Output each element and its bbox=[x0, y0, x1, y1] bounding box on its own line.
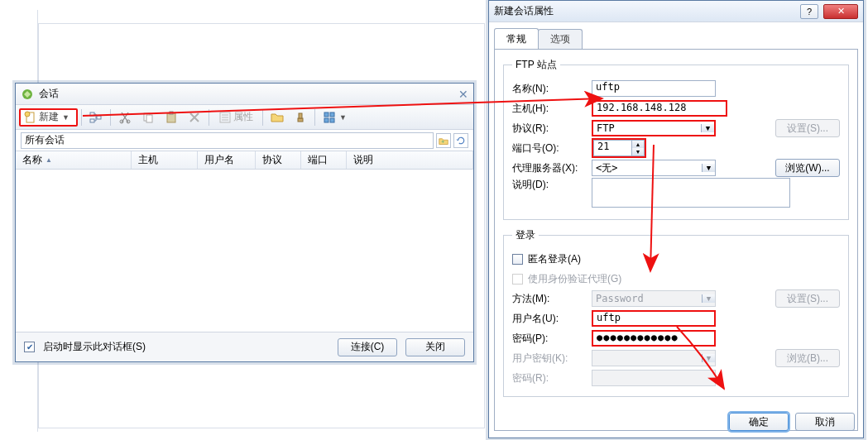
new-button-label: 新建 bbox=[39, 110, 59, 124]
protocol-settings-button: 设置(S)... bbox=[775, 119, 840, 137]
desc-label: 说明(D): bbox=[512, 178, 587, 192]
filter-input[interactable]: 所有会话 bbox=[21, 132, 434, 149]
cancel-button[interactable]: 取消 bbox=[795, 413, 855, 431]
method-label: 方法(M): bbox=[512, 292, 587, 306]
sessions-title: 会话 bbox=[39, 87, 453, 101]
list-header: 名称 ▲ 主机 用户名 协议 端口 说明 bbox=[16, 151, 473, 170]
properties-label: 属性 bbox=[233, 110, 253, 124]
chevron-down-icon: ▼ bbox=[702, 294, 715, 303]
spin-up-icon[interactable]: ▲ bbox=[632, 141, 644, 148]
props-titlebar: 新建会话属性 ? ✕ bbox=[489, 1, 863, 22]
userkey-browse-button: 浏览(B)... bbox=[775, 349, 840, 367]
stamp-icon[interactable] bbox=[290, 108, 311, 127]
host-label: 主机(H): bbox=[512, 102, 587, 116]
port-field[interactable]: 21 bbox=[593, 140, 631, 156]
auth-agent-label: 使用身份验证代理(G) bbox=[528, 272, 621, 286]
chevron-down-icon: ▼ bbox=[339, 113, 347, 122]
new-icon bbox=[24, 111, 37, 124]
folder-up-icon[interactable] bbox=[436, 133, 451, 148]
filter-bar: 所有会话 bbox=[16, 130, 473, 151]
paste-icon[interactable] bbox=[161, 108, 182, 127]
help-icon[interactable]: ? bbox=[800, 4, 818, 19]
sessions-toolbar: 新建 ▼ 属性 bbox=[16, 105, 473, 130]
userkey-combo: ▼ bbox=[592, 350, 716, 366]
sessions-footer: 启动时显示此对话框(S) 连接(C) 关闭 bbox=[16, 332, 473, 361]
svg-rect-11 bbox=[170, 112, 173, 114]
new-button[interactable]: 新建 ▼ bbox=[19, 108, 78, 127]
svg-rect-15 bbox=[324, 112, 328, 117]
login-legend: 登录 bbox=[512, 228, 539, 242]
separator bbox=[209, 109, 209, 126]
sessions-titlebar: 会话 ✕ bbox=[16, 84, 473, 105]
login-group: 登录 匿名登录(A) 使用身份验证代理(G) 方法(M): Password ▼… bbox=[503, 228, 849, 397]
tab-options[interactable]: 选项 bbox=[538, 29, 583, 50]
name-field[interactable]: uftp bbox=[592, 80, 716, 97]
props-title: 新建会话属性 bbox=[494, 4, 795, 18]
password-field[interactable]: ●●●●●●●●●●●● bbox=[592, 330, 716, 347]
separator bbox=[110, 109, 111, 126]
proxy-label: 代理服务器(X): bbox=[512, 161, 587, 175]
sessions-list[interactable] bbox=[16, 170, 473, 332]
sessions-dialog: 会话 ✕ 新建 ▼ 属性 bbox=[15, 83, 474, 362]
svg-rect-9 bbox=[146, 115, 152, 122]
close-icon[interactable]: ✕ bbox=[458, 87, 468, 102]
col-name[interactable]: 名称 ▲ bbox=[16, 151, 132, 169]
user-field[interactable]: uftp bbox=[592, 310, 716, 327]
passphrase-field bbox=[592, 370, 716, 386]
copy-icon[interactable] bbox=[137, 108, 159, 127]
tab-panel-general: FTP 站点 名称(N): uftp 主机(H): 192.168.148.12… bbox=[494, 49, 858, 431]
desc-field[interactable] bbox=[592, 178, 790, 208]
method-settings-button: 设置(S)... bbox=[775, 289, 840, 308]
ftp-site-legend: FTP 站点 bbox=[512, 58, 560, 72]
col-desc[interactable]: 说明 bbox=[347, 151, 473, 169]
chevron-down-icon: ▼ bbox=[701, 124, 714, 132]
spin-down-icon[interactable]: ▼ bbox=[632, 148, 644, 155]
delete-icon[interactable] bbox=[184, 108, 205, 127]
proxy-value: <无> bbox=[596, 161, 617, 175]
proxy-combo[interactable]: <无> ▼ bbox=[592, 160, 716, 176]
svg-rect-5 bbox=[97, 116, 101, 119]
passphrase-label: 密码(R): bbox=[512, 371, 587, 385]
svg-point-2 bbox=[25, 112, 30, 117]
col-host[interactable]: 主机 bbox=[132, 151, 198, 169]
col-protocol[interactable]: 协议 bbox=[256, 151, 301, 169]
ok-button[interactable]: 确定 bbox=[729, 413, 789, 431]
startup-checkbox-label: 启动时显示此对话框(S) bbox=[43, 340, 146, 354]
session-properties-dialog: 新建会话属性 ? ✕ 常规 选项 FTP 站点 名称(N): uftp 主机(H… bbox=[488, 0, 864, 438]
host-field[interactable]: 192.168.148.128 bbox=[592, 100, 727, 117]
col-port[interactable]: 端口 bbox=[301, 151, 347, 169]
svg-rect-13 bbox=[298, 118, 303, 122]
svg-rect-4 bbox=[90, 119, 94, 122]
port-spinner[interactable]: ▲ ▼ bbox=[631, 140, 645, 156]
tree-view-icon[interactable] bbox=[85, 108, 107, 127]
user-label: 用户名(U): bbox=[512, 312, 587, 326]
chevron-down-icon: ▼ bbox=[62, 113, 70, 122]
anonymous-checkbox[interactable] bbox=[512, 254, 523, 265]
separator bbox=[81, 109, 82, 126]
svg-rect-17 bbox=[324, 118, 328, 122]
close-button[interactable]: 关闭 bbox=[405, 338, 465, 356]
cut-icon[interactable] bbox=[114, 108, 136, 127]
userkey-label: 用户密钥(K): bbox=[512, 352, 587, 366]
properties-button[interactable]: 属性 bbox=[213, 108, 259, 127]
proxy-browse-button[interactable]: 浏览(W)... bbox=[775, 159, 840, 177]
connect-button[interactable]: 连接(C) bbox=[338, 338, 397, 356]
refresh-icon[interactable] bbox=[453, 133, 468, 148]
view-mode-icon[interactable]: ▼ bbox=[319, 108, 351, 127]
protocol-combo[interactable]: FTP ▼ bbox=[592, 120, 716, 136]
auth-agent-checkbox bbox=[512, 274, 523, 285]
tab-general[interactable]: 常规 bbox=[494, 28, 539, 50]
col-user[interactable]: 用户名 bbox=[198, 151, 256, 169]
sort-asc-icon: ▲ bbox=[46, 156, 52, 164]
svg-rect-14 bbox=[299, 113, 302, 118]
password-label: 密码(P): bbox=[512, 332, 587, 346]
tabstrip: 常规 选项 bbox=[494, 27, 858, 49]
svg-rect-16 bbox=[330, 112, 334, 117]
svg-rect-18 bbox=[330, 118, 334, 122]
method-combo: Password ▼ bbox=[592, 290, 716, 307]
close-icon[interactable]: ✕ bbox=[823, 4, 858, 19]
col-name-label: 名称 bbox=[22, 153, 42, 167]
folder-icon[interactable] bbox=[266, 108, 288, 127]
protocol-value: FTP bbox=[597, 122, 615, 134]
startup-checkbox[interactable] bbox=[24, 342, 35, 352]
